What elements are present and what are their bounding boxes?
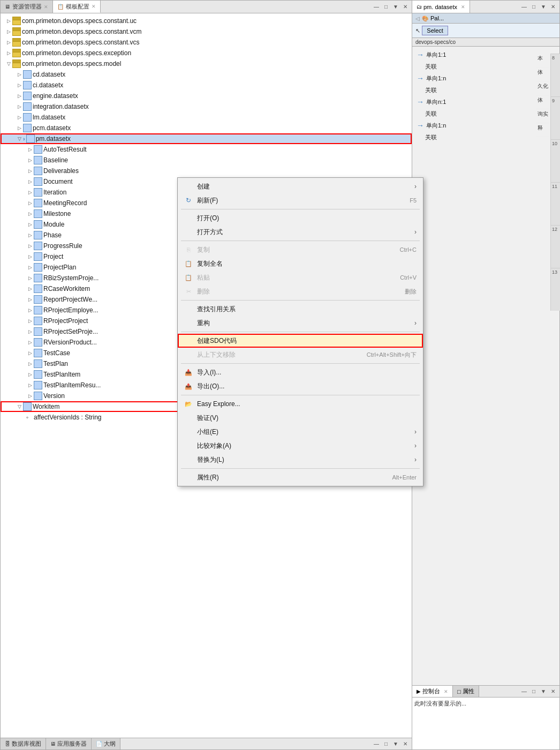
bottom-tab-outline[interactable]: 📄 大纲	[92, 738, 120, 749]
tree-node-cd[interactable]: ▷ cd.datasetx	[1, 69, 412, 80]
tab-minimize[interactable]: —	[372, 3, 381, 11]
expand-testplanitemresu[interactable]: ▷	[26, 381, 34, 389]
relation-one-n3-2[interactable]: 关联	[414, 131, 557, 143]
bottom-dropdown[interactable]: ▼	[391, 740, 400, 748]
tree-node-integration[interactable]: ▷ integration.datasetx	[1, 101, 412, 112]
expand-rprojectproject[interactable]: ▷	[26, 317, 34, 325]
tab-close-rm[interactable]: ✕	[44, 4, 48, 10]
expand-cd[interactable]: ▷	[16, 71, 23, 78]
tree-node-uc[interactable]: ▷ com.primeton.devops.specs.constant.uc	[1, 16, 412, 26]
expand-rversionproduct[interactable]: ▷	[26, 339, 34, 346]
right-maximize[interactable]: □	[529, 3, 538, 11]
expand-exception[interactable]: ▷	[5, 49, 12, 57]
expand-pm[interactable]: ▽	[16, 135, 23, 142]
menu-remove-context[interactable]: 从上下文移除 Ctrl+Alt+Shift+向下	[178, 348, 423, 362]
tab-resource-manager[interactable]: 🖥 资源管理器 ✕	[1, 1, 53, 13]
expand-meetingrecord[interactable]: ▷	[26, 199, 34, 207]
menu-open-with[interactable]: 打开方式 ›	[178, 225, 423, 239]
menu-group[interactable]: 小组(E) ›	[178, 425, 423, 439]
expand-uc[interactable]: ▷	[5, 17, 12, 25]
menu-create-sdo[interactable]: 创建SDO代码	[178, 334, 423, 348]
expand-document[interactable]: ▷	[26, 178, 34, 185]
expand-project[interactable]: ▷	[26, 253, 34, 260]
tab-close-tc[interactable]: ✕	[92, 4, 96, 9]
tree-node-baseline[interactable]: ▷ Baseline	[1, 155, 412, 166]
right-tab-close[interactable]: ✕	[461, 4, 465, 10]
expand-vcs[interactable]: ▷	[5, 39, 12, 46]
expand-ci[interactable]: ▷	[16, 81, 23, 89]
menu-delete[interactable]: ✂ 删除 删除	[178, 284, 423, 298]
menu-validate[interactable]: 验证(V)	[178, 411, 423, 425]
expand-pcm[interactable]: ▷	[16, 124, 23, 132]
tree-node-model[interactable]: ▽ com.primeton.devops.specs.model	[1, 58, 412, 69]
menu-create[interactable]: 创建 ›	[178, 179, 423, 193]
relation-n-one[interactable]: → 单向n:1	[414, 96, 557, 108]
bottom-tab-db[interactable]: 🗄 数据库视图	[1, 738, 46, 749]
tree-node-exception[interactable]: ▷ com.primeton.devops.specs.exception	[1, 48, 412, 58]
expand-reportproject[interactable]: ▷	[26, 296, 34, 303]
menu-refresh[interactable]: ↻ 刷新(F) F5	[178, 193, 423, 207]
tab-close[interactable]: ✕	[401, 3, 410, 11]
console-minimize[interactable]: —	[520, 687, 528, 696]
menu-find-ref[interactable]: 查找引用关系	[178, 302, 423, 316]
expand-vcm[interactable]: ▷	[5, 28, 12, 35]
menu-properties[interactable]: 属性(R) Alt+Enter	[178, 470, 423, 484]
console-maximize[interactable]: □	[529, 687, 538, 696]
menu-paste[interactable]: 📋 粘贴 Ctrl+V	[178, 271, 423, 284]
relation-one-one-2[interactable]: 关联	[414, 61, 557, 72]
relation-one-n3[interactable]: → 单向1:n	[414, 119, 557, 131]
expand-model[interactable]: ▽	[5, 60, 12, 68]
expand-rprojectsetproje[interactable]: ▷	[26, 328, 34, 335]
bottom-minimize[interactable]: —	[372, 740, 381, 748]
expand-testplanitem[interactable]: ▷	[26, 371, 34, 378]
expand-workitem[interactable]: ▽	[16, 403, 23, 410]
menu-copy-fullname[interactable]: 📋 复制全名	[178, 257, 423, 271]
expand-engine[interactable]: ▷	[16, 92, 23, 100]
menu-export[interactable]: 📤 导出(O)...	[178, 379, 423, 393]
bottom-tab-appserver[interactable]: 🖥 应用服务器	[46, 738, 92, 749]
tree-node-autotestresult[interactable]: ▷ AutoTestResult	[1, 144, 412, 155]
relation-one-n-2[interactable]: 关联	[414, 84, 557, 96]
expand-baseline[interactable]: ▷	[26, 156, 34, 164]
relation-n-one-2[interactable]: 关联	[414, 108, 557, 119]
tree-node-engine[interactable]: ▷ engine.datasetx	[1, 91, 412, 101]
console-tab-main[interactable]: ▶ 控制台 ✕	[412, 686, 453, 697]
right-minimize[interactable]: —	[520, 3, 528, 11]
expand-testplan[interactable]: ▷	[26, 360, 34, 368]
tab-maximize[interactable]: □	[382, 3, 390, 11]
right-dropdown-btn[interactable]: ▼	[539, 3, 548, 11]
expand-rbiz[interactable]: ▷	[26, 274, 34, 282]
tree-node-lm[interactable]: ▷ lm.datasetx	[1, 112, 412, 123]
expand-phase[interactable]: ▷	[26, 231, 34, 239]
menu-easy-explore[interactable]: 📂 Easy Explore...	[178, 397, 423, 411]
console-close[interactable]: ✕	[549, 687, 557, 696]
tree-node-pm[interactable]: ▽ › pm.datasetx	[1, 133, 412, 144]
tree-node-vcm[interactable]: ▷ com.primeton.devops.specs.constant.vcm	[1, 26, 412, 37]
expand-iteration[interactable]: ▷	[26, 189, 34, 196]
select-button[interactable]: Select	[422, 26, 448, 35]
console-dropdown[interactable]: ▼	[539, 687, 548, 696]
tab-template-config[interactable]: 📋 模板配置 ✕	[53, 1, 101, 13]
menu-refactor[interactable]: 重构 ›	[178, 316, 423, 330]
console-tab-properties[interactable]: □ 属性	[453, 686, 479, 697]
tree-node-pcm[interactable]: ▷ pcm.datasetx	[1, 123, 412, 133]
relation-one-n[interactable]: → 单向1:n	[414, 72, 557, 84]
expand-rprojectemployee[interactable]: ▷	[26, 306, 34, 314]
right-close[interactable]: ✕	[549, 3, 557, 11]
expand-autotestresult[interactable]: ▷	[26, 146, 34, 153]
bottom-maximize[interactable]: □	[382, 740, 390, 748]
tree-node-ci[interactable]: ▷ ci.datasetx	[1, 80, 412, 91]
expand-lm[interactable]: ▷	[16, 114, 23, 121]
menu-copy[interactable]: ⎘ 复制 Ctrl+C	[178, 243, 423, 257]
expand-testcase[interactable]: ▷	[26, 349, 34, 357]
menu-replace[interactable]: 替换为(L) ›	[178, 453, 423, 467]
expand-rcaseworkitem[interactable]: ▷	[26, 285, 34, 292]
menu-compare[interactable]: 比较对象(A) ›	[178, 439, 423, 453]
tree-node-vcs[interactable]: ▷ com.primeton.devops.specs.constant.vcs	[1, 37, 412, 48]
menu-import[interactable]: 📥 导入(I)...	[178, 365, 423, 379]
tree-node-deliverables[interactable]: ▷ Deliverables	[1, 166, 412, 176]
expand-integration[interactable]: ▷	[16, 103, 23, 110]
relation-one-one[interactable]: → 单向1:1	[414, 49, 557, 61]
expand-milestone[interactable]: ▷	[26, 210, 34, 218]
expand-projectplan[interactable]: ▷	[26, 264, 34, 271]
